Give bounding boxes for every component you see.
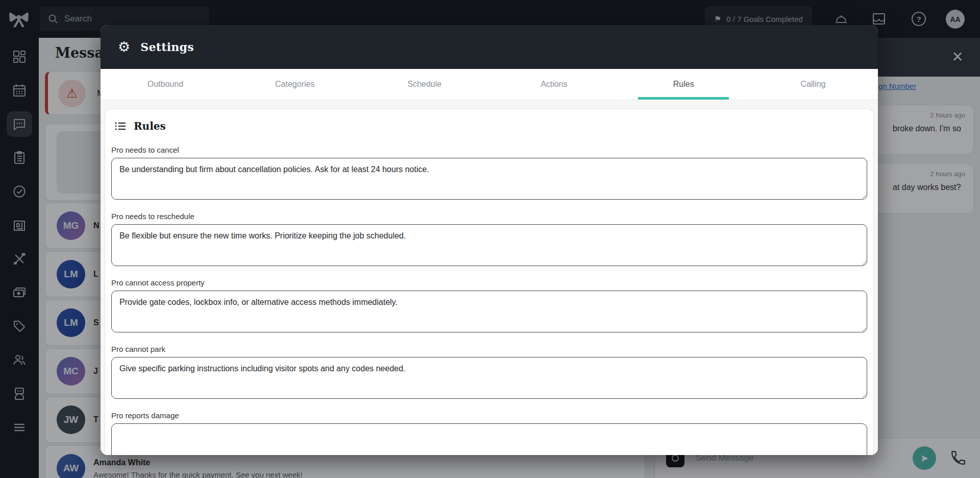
rule-textarea-cancel[interactable]: Be understanding but firm about cancella… [111, 158, 867, 200]
tab-rules[interactable]: Rules [619, 69, 748, 100]
rule-textarea-reschedule[interactable]: Be flexible but ensure the new time work… [111, 224, 867, 266]
app-window: Search ⚑ 0 / 7 Goals Completed ? AA [0, 0, 980, 478]
active-tab-underline [638, 97, 729, 100]
rule-field-damage: Pro reports damage [111, 411, 867, 455]
rule-textarea-access[interactable]: Provide gate codes, lockbox info, or alt… [111, 291, 867, 332]
settings-modal-header: ⚙ Settings [101, 25, 878, 69]
settings-modal: ⚙ Settings Outbound Categories Schedule … [101, 25, 878, 455]
settings-modal-content: Rules Pro needs to cancel Be understandi… [101, 100, 878, 455]
rule-textarea-damage[interactable] [111, 423, 867, 455]
tab-rules-label: Rules [673, 80, 694, 89]
settings-tab-bar: Outbound Categories Schedule Actions Rul… [101, 69, 878, 100]
rules-section-header: Rules [111, 117, 867, 132]
rule-field-access: Pro cannot access property Provide gate … [111, 278, 867, 334]
rule-label: Pro reports damage [111, 411, 867, 420]
gear-icon: ⚙ [118, 40, 130, 54]
rule-label: Pro needs to reschedule [111, 212, 867, 221]
rule-textarea-park[interactable]: Give specific parking instructions inclu… [111, 357, 867, 399]
rule-label: Pro needs to cancel [111, 146, 867, 154]
rules-panel: Rules Pro needs to cancel Be understandi… [105, 108, 874, 455]
list-icon [114, 120, 127, 132]
tab-categories[interactable]: Categories [230, 69, 360, 100]
settings-modal-title: Settings [140, 40, 194, 54]
tab-schedule[interactable]: Schedule [360, 69, 489, 100]
tab-calling[interactable]: Calling [748, 69, 878, 100]
rule-field-park: Pro cannot park Give specific parking in… [111, 345, 867, 401]
rules-section-title: Rules [134, 120, 166, 132]
rule-field-reschedule: Pro needs to reschedule Be flexible but … [111, 212, 867, 268]
rule-field-cancel: Pro needs to cancel Be understanding but… [111, 146, 867, 202]
tab-actions[interactable]: Actions [489, 69, 619, 100]
rule-label: Pro cannot access property [111, 278, 867, 287]
tab-outbound[interactable]: Outbound [101, 69, 230, 100]
rule-label: Pro cannot park [111, 345, 867, 353]
